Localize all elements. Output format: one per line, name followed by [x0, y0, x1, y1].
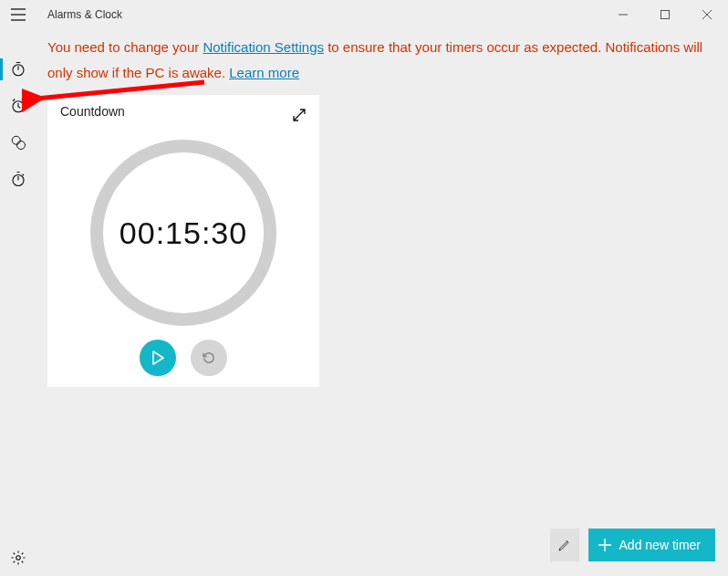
menu-button[interactable] [7, 4, 29, 26]
alarm-icon [10, 98, 26, 114]
timer-card[interactable]: Countdown 00:15:30 [47, 95, 319, 387]
timer-ring-wrap: 00:15:30 [60, 137, 307, 329]
svg-rect-0 [661, 11, 670, 19]
play-icon [151, 351, 164, 365]
expand-button[interactable] [288, 104, 310, 126]
window-controls [602, 0, 728, 29]
maximize-button[interactable] [644, 0, 686, 29]
notification-warning: You need to change your Notification Set… [47, 35, 717, 86]
edit-button[interactable] [550, 529, 579, 561]
expand-icon [292, 108, 307, 122]
timer-icon [10, 61, 26, 78]
timer-ring: 00:15:30 [88, 137, 279, 329]
sidebar-item-stopwatch[interactable] [0, 161, 36, 197]
learn-more-link[interactable]: Learn more [229, 65, 299, 80]
world-clock-icon [10, 134, 26, 151]
gear-icon [10, 550, 26, 566]
close-button[interactable] [686, 0, 728, 29]
sidebar-item-alarm[interactable] [0, 88, 36, 124]
play-button[interactable] [140, 340, 176, 376]
svg-point-6 [16, 556, 21, 560]
plus-icon [598, 538, 612, 552]
reset-icon [201, 350, 217, 366]
sidebar-item-timer[interactable] [0, 51, 36, 88]
time-display: 00:15:30 [120, 215, 247, 251]
sidebar [0, 29, 36, 576]
sidebar-item-settings[interactable] [0, 539, 36, 576]
pencil-icon [557, 538, 572, 552]
notification-settings-link[interactable]: Notification Settings [203, 39, 324, 55]
svg-point-4 [17, 141, 26, 150]
warning-text-prefix: You need to change your [47, 39, 203, 55]
app-title: Alarms & Clock [47, 8, 122, 21]
timer-name: Countdown [60, 104, 307, 119]
reset-button[interactable] [191, 340, 227, 376]
svg-point-3 [12, 136, 20, 144]
add-timer-button[interactable]: Add new timer [588, 529, 715, 561]
timer-controls [60, 340, 307, 376]
add-timer-label: Add new timer [619, 538, 701, 552]
stopwatch-icon [10, 171, 26, 187]
main-content: You need to change your Notification Set… [36, 29, 728, 576]
bottom-bar: Add new timer [550, 529, 715, 561]
sidebar-item-world-clock[interactable] [0, 124, 36, 161]
minimize-button[interactable] [602, 0, 644, 29]
